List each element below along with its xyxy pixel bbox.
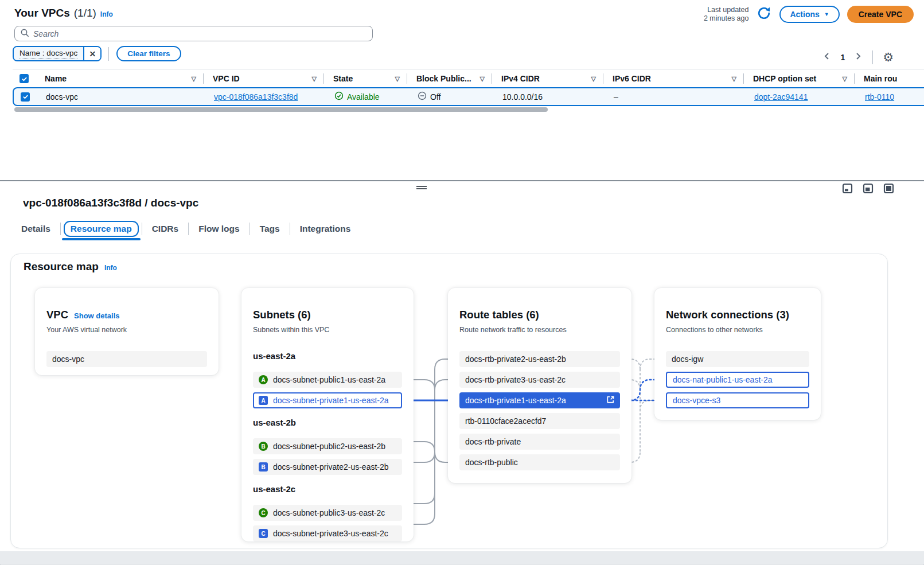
route-table-item[interactable]: docs-rtb-public xyxy=(459,454,620,470)
previous-page-icon[interactable] xyxy=(822,51,832,64)
show-details-link[interactable]: Show details xyxy=(74,311,119,320)
column-header-block-public[interactable]: Block Public...▽ xyxy=(407,73,492,84)
cell-state: Available xyxy=(325,91,408,102)
page-number[interactable]: 1 xyxy=(840,53,845,62)
column-header-vpc-id[interactable]: VPC ID▽ xyxy=(204,73,324,84)
vpc-item[interactable]: docs-vpc xyxy=(46,351,207,367)
resource-map-title: Resource map xyxy=(24,260,99,273)
column-header-name[interactable]: Name▽ xyxy=(36,73,204,84)
vpc-detail-pane: vpc-018f086a13f3c3f8d / docs-vpc Details… xyxy=(0,181,924,564)
sort-icon: ▽ xyxy=(480,75,485,83)
route-table-item[interactable]: docs-rtb-private2-us-east-2b xyxy=(459,351,620,367)
subnet-item[interactable]: A docs-subnet-public1-us-east-2a xyxy=(253,372,402,388)
top-controls: Last updated 2 minutes ago Actions ▼ Cre… xyxy=(704,5,914,23)
refresh-icon xyxy=(756,5,772,23)
status-available-icon xyxy=(334,91,344,102)
horizontal-scrollbar[interactable] xyxy=(14,107,548,112)
table-header: Name▽ VPC ID▽ State▽ Block Public...▽ IP… xyxy=(13,69,924,87)
next-page-icon[interactable] xyxy=(853,51,863,64)
az-group-header: us-east-2a xyxy=(253,351,402,363)
az-group-header: us-east-2c xyxy=(253,484,402,496)
panel-size-medium-icon[interactable] xyxy=(863,183,874,194)
cell-ipv4-cidr: 10.0.0.0/16 xyxy=(493,92,605,102)
search-icon xyxy=(20,28,29,40)
clear-filters-button[interactable]: Clear filters xyxy=(116,46,181,61)
cell-ipv6-cidr: – xyxy=(605,92,745,102)
tab-details[interactable]: Details xyxy=(13,217,60,240)
resource-map-info-link[interactable]: Info xyxy=(104,264,117,272)
create-vpc-button[interactable]: Create VPC xyxy=(847,6,914,23)
vpc-card-title: VPC xyxy=(46,309,68,321)
sort-icon: ▽ xyxy=(192,75,196,83)
public-subnet-badge: A xyxy=(259,375,268,384)
column-header-ipv6-cidr[interactable]: IPv6 CIDR▽ xyxy=(603,73,744,84)
route-tables-card-subtitle: Route network traffic to resources xyxy=(459,326,620,334)
actions-button[interactable]: Actions ▼ xyxy=(779,6,839,23)
search-input[interactable] xyxy=(33,29,367,38)
vpc-card-subtitle: Your AWS virtual network xyxy=(46,326,207,334)
vpc-id-link[interactable]: vpc-018f086a13f3c3f8d xyxy=(214,92,298,102)
row-select-cell xyxy=(14,92,37,102)
close-icon: ✕ xyxy=(89,49,96,59)
filter-chip-remove-button[interactable]: ✕ xyxy=(83,47,100,60)
public-subnet-badge: B xyxy=(259,442,268,451)
private-subnet-badge: B xyxy=(259,462,268,472)
sort-icon: ▽ xyxy=(732,75,736,83)
external-link-icon[interactable] xyxy=(606,395,615,406)
network-connections-card-title: Network connections (3) xyxy=(666,309,789,321)
subnet-item[interactable]: B docs-subnet-public2-us-east-2b xyxy=(253,438,402,454)
vpc-console: Your VPCs (1/1) Info Last updated 2 minu… xyxy=(0,0,924,565)
tab-cidrs[interactable]: CIDRs xyxy=(142,217,189,240)
route-table-item-selected[interactable]: docs-rtb-private1-us-east-2a xyxy=(459,392,620,408)
detail-panel-title: vpc-018f086a13f3c3f8d / docs-vpc xyxy=(23,197,198,209)
page-info-link[interactable]: Info xyxy=(100,10,113,18)
route-tables-card: Route tables (6) Route network traffic t… xyxy=(448,288,631,483)
private-subnet-badge: C xyxy=(259,529,268,538)
column-header-ipv4-cidr[interactable]: IPv4 CIDR▽ xyxy=(492,73,603,84)
cell-name: docs-vpc xyxy=(37,92,205,102)
cell-block-public: Off xyxy=(408,91,493,102)
table-row[interactable]: docs-vpc vpc-018f086a13f3c3f8d Available xyxy=(13,87,924,106)
tab-tags[interactable]: Tags xyxy=(250,217,290,240)
network-connection-item[interactable]: docs-igw xyxy=(666,351,809,367)
network-connection-list: docs-igw docs-nat-public1-us-east-2a doc… xyxy=(666,351,809,408)
private-subnet-badge: A xyxy=(259,396,268,405)
route-table-item[interactable]: docs-rtb-private xyxy=(459,434,620,450)
network-connections-card-subtitle: Connections to other networks xyxy=(666,326,809,334)
gear-icon[interactable]: ⚙ xyxy=(883,52,894,63)
page-title-count: (1/1) xyxy=(74,7,96,20)
panel-size-large-icon[interactable] xyxy=(883,183,894,194)
page-title: Your VPCs (1/1) Info xyxy=(14,7,113,20)
network-connection-item-highlighted[interactable]: docs-vpce-s3 xyxy=(666,392,809,408)
subnet-item[interactable]: C docs-subnet-public3-us-east-2c xyxy=(253,505,402,521)
refresh-button[interactable] xyxy=(756,5,772,23)
panel-layout-controls xyxy=(842,183,894,194)
search-box[interactable] xyxy=(14,26,373,41)
split-panel-drag-handle[interactable] xyxy=(416,185,427,190)
select-all-checkbox[interactable] xyxy=(20,74,29,83)
network-connection-item-highlighted[interactable]: docs-nat-public1-us-east-2a xyxy=(666,372,809,388)
tab-flow-logs[interactable]: Flow logs xyxy=(189,217,249,240)
pagination: 1 ⚙ xyxy=(822,50,894,64)
column-header-main-route[interactable]: Main rou xyxy=(855,73,924,84)
az-group-header: us-east-2b xyxy=(253,418,402,429)
panel-size-small-icon[interactable] xyxy=(842,183,853,194)
tab-resource-map[interactable]: Resource map xyxy=(61,217,142,240)
main-route-table-link[interactable]: rtb-0110 xyxy=(865,92,894,102)
subnet-item[interactable]: C docs-subnet-private3-us-east-2c xyxy=(253,525,402,541)
column-header-dhcp[interactable]: DHCP option set▽ xyxy=(744,73,855,84)
filter-row: Name : docs-vpc ✕ Clear filters xyxy=(13,46,181,61)
subnet-item[interactable]: B docs-subnet-private2-us-east-2b xyxy=(253,459,402,475)
column-header-state[interactable]: State▽ xyxy=(324,73,407,84)
chevron-down-icon: ▼ xyxy=(824,11,829,17)
divider xyxy=(872,50,873,64)
filter-chip[interactable]: Name : docs-vpc ✕ xyxy=(13,46,102,61)
dhcp-option-set-link[interactable]: dopt-2ac94141 xyxy=(754,92,808,102)
filter-chip-label[interactable]: Name : docs-vpc xyxy=(14,47,83,60)
page-bottom-strip xyxy=(0,551,924,564)
subnet-item-selected[interactable]: A docs-subnet-private1-us-east-2a xyxy=(253,392,402,408)
tab-integrations[interactable]: Integrations xyxy=(290,217,361,240)
route-table-item[interactable]: rtb-0110cface2acecfd7 xyxy=(459,413,620,429)
row-checkbox[interactable] xyxy=(21,92,30,102)
route-table-item[interactable]: docs-rtb-private3-us-east-2c xyxy=(459,372,620,388)
